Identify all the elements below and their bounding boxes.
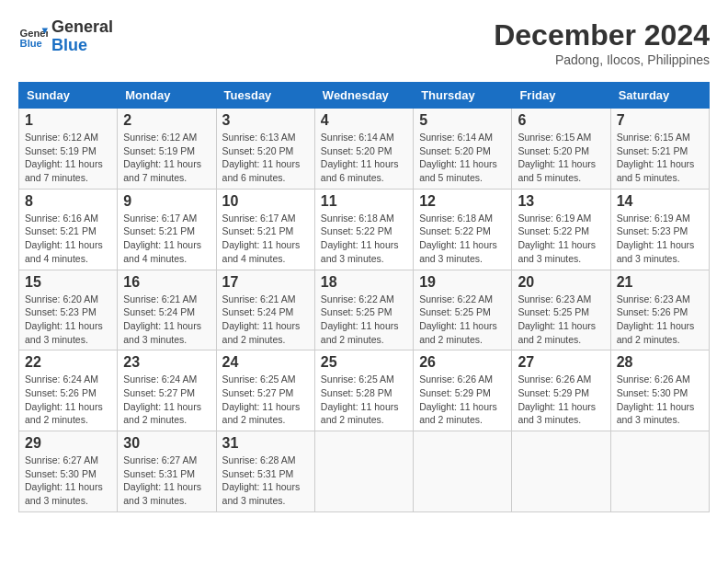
day-number: 26 [419,354,506,371]
calendar-cell: 6Sunrise: 6:15 AMSunset: 5:20 PMDaylight… [512,109,610,190]
logo-text: General Blue [51,18,113,55]
calendar-cell: 7Sunrise: 6:15 AMSunset: 5:21 PMDaylight… [610,109,709,190]
calendar-week-row: 29Sunrise: 6:27 AMSunset: 5:30 PMDayligh… [19,431,710,512]
header-saturday: Saturday [610,83,709,109]
calendar-cell: 26Sunrise: 6:26 AMSunset: 5:29 PMDayligh… [414,350,512,431]
calendar-cell: 13Sunrise: 6:19 AMSunset: 5:22 PMDayligh… [512,189,610,270]
day-number: 21 [617,274,703,291]
cell-info: Sunrise: 6:19 AMSunset: 5:22 PMDaylight:… [518,212,604,266]
header-monday: Monday [118,83,216,109]
cell-info: Sunrise: 6:12 AMSunset: 5:19 PMDaylight:… [25,131,111,185]
calendar-cell: 18Sunrise: 6:22 AMSunset: 5:25 PMDayligh… [314,270,413,350]
logo-icon: General Blue [18,22,48,52]
calendar-cell: 17Sunrise: 6:21 AMSunset: 5:24 PMDayligh… [216,270,314,350]
calendar-cell: 2Sunrise: 6:12 AMSunset: 5:19 PMDaylight… [118,109,216,190]
cell-info: Sunrise: 6:28 AMSunset: 5:31 PMDaylight:… [222,454,309,508]
calendar-cell: 9Sunrise: 6:17 AMSunset: 5:21 PMDaylight… [118,189,216,270]
calendar-cell: 30Sunrise: 6:27 AMSunset: 5:31 PMDayligh… [118,431,216,512]
header-sunday: Sunday [19,83,118,109]
calendar-cell: 12Sunrise: 6:18 AMSunset: 5:22 PMDayligh… [414,189,512,270]
day-number: 3 [222,112,309,129]
day-number: 6 [518,112,604,129]
cell-info: Sunrise: 6:26 AMSunset: 5:29 PMDaylight:… [419,373,506,427]
day-number: 2 [123,112,210,129]
calendar-table: SundayMondayTuesdayWednesdayThursdayFrid… [18,82,710,512]
cell-info: Sunrise: 6:22 AMSunset: 5:25 PMDaylight:… [419,293,506,347]
calendar-cell: 3Sunrise: 6:13 AMSunset: 5:20 PMDaylight… [216,109,314,190]
cell-info: Sunrise: 6:25 AMSunset: 5:27 PMDaylight:… [222,373,309,427]
day-number: 10 [222,193,309,210]
day-number: 30 [123,435,210,452]
day-number: 5 [419,112,506,129]
day-number: 18 [321,274,407,291]
calendar-week-row: 22Sunrise: 6:24 AMSunset: 5:26 PMDayligh… [19,350,710,431]
cell-info: Sunrise: 6:21 AMSunset: 5:24 PMDaylight:… [222,293,309,347]
calendar-week-row: 8Sunrise: 6:16 AMSunset: 5:21 PMDaylight… [19,189,710,270]
day-number: 22 [25,354,111,371]
day-number: 4 [321,112,407,129]
calendar-cell: 5Sunrise: 6:14 AMSunset: 5:20 PMDaylight… [414,109,512,190]
cell-info: Sunrise: 6:24 AMSunset: 5:27 PMDaylight:… [123,373,210,427]
day-number: 24 [222,354,309,371]
cell-info: Sunrise: 6:27 AMSunset: 5:30 PMDaylight:… [25,454,111,508]
calendar-cell: 4Sunrise: 6:14 AMSunset: 5:20 PMDaylight… [314,109,413,190]
cell-info: Sunrise: 6:26 AMSunset: 5:29 PMDaylight:… [518,373,604,427]
cell-info: Sunrise: 6:25 AMSunset: 5:28 PMDaylight:… [321,373,407,427]
day-number: 29 [25,435,111,452]
calendar-cell: 14Sunrise: 6:19 AMSunset: 5:23 PMDayligh… [610,189,709,270]
day-number: 19 [419,274,506,291]
day-number: 12 [419,193,506,210]
cell-info: Sunrise: 6:18 AMSunset: 5:22 PMDaylight:… [419,212,506,266]
cell-info: Sunrise: 6:23 AMSunset: 5:26 PMDaylight:… [617,293,703,347]
calendar-cell: 1Sunrise: 6:12 AMSunset: 5:19 PMDaylight… [19,109,118,190]
day-number: 11 [321,193,407,210]
cell-info: Sunrise: 6:23 AMSunset: 5:25 PMDaylight:… [518,293,604,347]
svg-text:Blue: Blue [20,38,42,49]
header-wednesday: Wednesday [314,83,413,109]
calendar-cell: 20Sunrise: 6:23 AMSunset: 5:25 PMDayligh… [512,270,610,350]
calendar-cell [512,431,610,512]
day-number: 14 [617,193,703,210]
location: Padong, Ilocos, Philippines [494,52,710,67]
header-thursday: Thursday [414,83,512,109]
calendar-cell: 8Sunrise: 6:16 AMSunset: 5:21 PMDaylight… [19,189,118,270]
calendar-cell: 31Sunrise: 6:28 AMSunset: 5:31 PMDayligh… [216,431,314,512]
day-number: 15 [25,274,111,291]
cell-info: Sunrise: 6:24 AMSunset: 5:26 PMDaylight:… [25,373,111,427]
cell-info: Sunrise: 6:17 AMSunset: 5:21 PMDaylight:… [222,212,309,266]
day-number: 1 [25,112,111,129]
day-number: 20 [518,274,604,291]
cell-info: Sunrise: 6:14 AMSunset: 5:20 PMDaylight:… [419,131,506,185]
day-number: 13 [518,193,604,210]
cell-info: Sunrise: 6:18 AMSunset: 5:22 PMDaylight:… [321,212,407,266]
cell-info: Sunrise: 6:21 AMSunset: 5:24 PMDaylight:… [123,293,210,347]
calendar-cell [414,431,512,512]
cell-info: Sunrise: 6:14 AMSunset: 5:20 PMDaylight:… [321,131,407,185]
day-number: 31 [222,435,309,452]
calendar-body: 1Sunrise: 6:12 AMSunset: 5:19 PMDaylight… [19,109,710,512]
day-number: 27 [518,354,604,371]
calendar-cell: 15Sunrise: 6:20 AMSunset: 5:23 PMDayligh… [19,270,118,350]
calendar-cell: 11Sunrise: 6:18 AMSunset: 5:22 PMDayligh… [314,189,413,270]
day-number: 16 [123,274,210,291]
cell-info: Sunrise: 6:20 AMSunset: 5:23 PMDaylight:… [25,293,111,347]
day-number: 7 [617,112,703,129]
logo: General Blue General Blue [18,18,113,55]
calendar-cell: 27Sunrise: 6:26 AMSunset: 5:29 PMDayligh… [512,350,610,431]
calendar-header-row: SundayMondayTuesdayWednesdayThursdayFrid… [19,83,710,109]
calendar-cell: 23Sunrise: 6:24 AMSunset: 5:27 PMDayligh… [118,350,216,431]
calendar-cell: 22Sunrise: 6:24 AMSunset: 5:26 PMDayligh… [19,350,118,431]
calendar-cell: 24Sunrise: 6:25 AMSunset: 5:27 PMDayligh… [216,350,314,431]
calendar-cell: 21Sunrise: 6:23 AMSunset: 5:26 PMDayligh… [610,270,709,350]
cell-info: Sunrise: 6:22 AMSunset: 5:25 PMDaylight:… [321,293,407,347]
cell-info: Sunrise: 6:13 AMSunset: 5:20 PMDaylight:… [222,131,309,185]
month-title: December 2024 [494,18,710,52]
cell-info: Sunrise: 6:12 AMSunset: 5:19 PMDaylight:… [123,131,210,185]
header-friday: Friday [512,83,610,109]
day-number: 25 [321,354,407,371]
day-number: 17 [222,274,309,291]
calendar-cell: 16Sunrise: 6:21 AMSunset: 5:24 PMDayligh… [118,270,216,350]
calendar-cell: 19Sunrise: 6:22 AMSunset: 5:25 PMDayligh… [414,270,512,350]
cell-info: Sunrise: 6:27 AMSunset: 5:31 PMDaylight:… [123,454,210,508]
calendar-cell: 29Sunrise: 6:27 AMSunset: 5:30 PMDayligh… [19,431,118,512]
